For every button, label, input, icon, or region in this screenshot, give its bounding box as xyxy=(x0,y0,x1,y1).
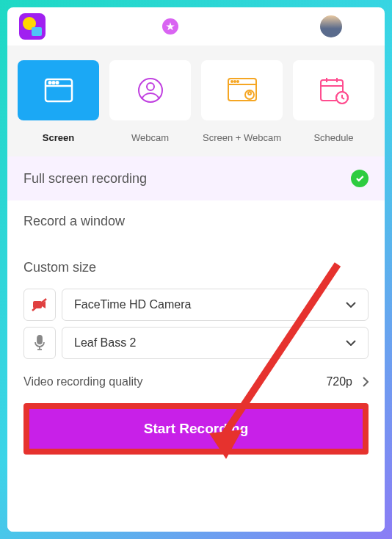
chevron-right-icon xyxy=(363,377,369,387)
mode-tabs: Screen Webcam xyxy=(7,46,385,156)
app-header: Vmaker Vmaker Mar... xyxy=(7,7,385,46)
quality-row[interactable]: Video recording quality 720p xyxy=(7,359,385,399)
svg-rect-22 xyxy=(37,336,42,344)
mode-tab-screen-webcam[interactable]: Screen + Webcam xyxy=(201,60,283,143)
webcam-icon xyxy=(109,60,191,120)
svg-point-3 xyxy=(52,82,54,84)
quality-label: Video recording quality xyxy=(23,375,142,388)
svg-point-13 xyxy=(248,92,251,95)
svg-point-6 xyxy=(147,83,154,90)
camera-select[interactable]: FaceTime HD Camera xyxy=(62,289,369,321)
screen-webcam-icon xyxy=(201,60,283,120)
audio-value: Leaf Bass 2 xyxy=(74,336,137,350)
svg-point-11 xyxy=(237,81,239,82)
mode-tab-schedule[interactable]: Schedule xyxy=(293,60,374,143)
option-label: Full screen recording xyxy=(23,171,147,187)
mode-label: Webcam xyxy=(131,132,169,143)
svg-point-10 xyxy=(234,81,236,82)
option-full-screen[interactable]: Full screen recording xyxy=(7,156,385,200)
header-right xyxy=(319,14,373,39)
mode-label: Schedule xyxy=(313,132,353,143)
app-name: Vmaker xyxy=(51,18,107,35)
microphone-icon[interactable] xyxy=(23,327,56,359)
mode-tab-screen[interactable]: Screen xyxy=(18,60,99,143)
logo-icon xyxy=(19,13,46,40)
svg-point-4 xyxy=(56,82,58,84)
option-record-window[interactable]: Record a window xyxy=(7,200,385,242)
start-button-highlight: Start Recording xyxy=(23,403,369,455)
audio-select[interactable]: Leaf Bass 2 xyxy=(62,327,369,359)
mode-tab-webcam[interactable]: Webcam xyxy=(109,60,191,143)
svg-point-9 xyxy=(231,81,233,82)
camera-disabled-icon[interactable] xyxy=(23,289,56,321)
star-badge-icon xyxy=(162,18,178,35)
schedule-icon xyxy=(293,60,374,120)
camera-row: FaceTime HD Camera xyxy=(23,289,369,321)
audio-row: Leaf Bass 2 xyxy=(23,327,369,359)
avatar[interactable] xyxy=(319,14,344,39)
chevron-down-icon xyxy=(346,340,356,346)
header-center: Vmaker Mar... xyxy=(107,18,319,35)
mode-label: Screen xyxy=(43,132,74,143)
app-logo: Vmaker xyxy=(19,13,107,40)
option-label: Record a window xyxy=(23,214,125,229)
camera-value: FaceTime HD Camera xyxy=(74,298,191,311)
start-recording-button[interactable]: Start Recording xyxy=(29,409,363,449)
more-menu-icon[interactable] xyxy=(354,24,373,29)
main-panel: Screen Webcam xyxy=(7,7,385,532)
screen-icon xyxy=(18,60,99,120)
header-title: Vmaker Mar... xyxy=(186,19,264,34)
mode-label: Screen + Webcam xyxy=(203,132,281,143)
check-icon xyxy=(351,170,369,187)
svg-point-2 xyxy=(48,82,51,84)
quality-selector[interactable]: 720p xyxy=(326,375,369,388)
chevron-down-icon xyxy=(346,302,356,308)
option-custom-size[interactable]: Custom size xyxy=(7,242,385,289)
quality-value-text: 720p xyxy=(326,375,352,388)
